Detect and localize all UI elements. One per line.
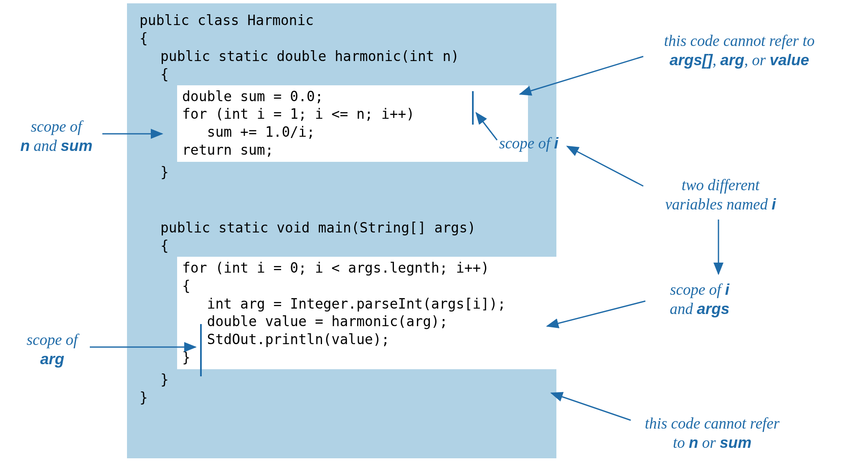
code-line: int arg = Integer.parseInt(args[i]); [182,295,551,313]
label-cannot-refer-top: this code cannot refer to args[], arg, o… [639,31,840,70]
label-text: n [689,434,698,451]
code-line: sum += 1.0/i; [182,123,523,141]
label-text: args[] [670,51,713,69]
label-cannot-refer-bot: this code cannot refer to n or sum [624,414,800,453]
label-text: args [697,300,729,317]
label-text: , [713,51,721,69]
label-text: scope of [31,118,82,135]
label-text: variables named [665,196,772,213]
label-scope-of-i: scope of i [499,134,583,153]
code-line: return sum; [182,141,523,159]
label-scope-i-args: scope of i and args [650,280,750,319]
label-text: scope of [27,331,78,348]
arrow [547,301,645,326]
label-text: arg [40,350,64,368]
code-line: { [182,277,551,295]
label-text: and [30,137,61,154]
label-text: this code cannot refer to [664,32,815,49]
scope-arg-bar [200,324,202,376]
label-text: arg [720,51,744,69]
label-text: scope of [670,281,725,298]
code-line: double value = harmonic(arg); [182,313,551,331]
code-line: } [140,389,544,407]
label-text: and [670,300,697,317]
label-text: i [554,135,558,152]
label-scope-arg: scope of arg [15,330,90,369]
label-two-different: two different variables named i [645,176,796,215]
code-line: public class Harmonic [140,12,544,30]
label-text: two different [682,176,760,194]
code-line: for (int i = 0; i < args.legnth; i++) [182,259,551,277]
scope-i-bar-top [472,91,474,125]
label-scope-n-sum: scope of n and sum [8,117,104,156]
label-text: n [20,137,30,154]
label-text: sum [61,137,92,154]
label-text: or [698,434,720,451]
label-text: value [769,51,809,69]
code-line: { [140,30,544,48]
label-text: sum [720,434,751,451]
code-line: { [140,237,544,255]
code-line: public static void main(String[] args) [140,219,544,237]
label-text: to [673,434,689,451]
code-line: } [182,349,551,367]
harmonic-body-box: double sum = 0.0; for (int i = 1; i <= n… [177,85,528,162]
main-body-box: for (int i = 0; i < args.legnth; i++) { … [177,257,556,369]
label-text: scope of [499,135,554,152]
code-line: } [140,163,544,181]
code-line: StdOut.println(value); [182,331,551,349]
arrow [551,393,631,420]
label-text: , or [744,51,770,69]
code-line: { [140,66,544,84]
label-text: i [725,281,729,298]
label-text: this code cannot refer [645,415,779,432]
code-block: public class Harmonic { public static do… [127,3,556,458]
code-line: public static double harmonic(int n) [140,48,544,66]
label-text: i [772,196,776,213]
